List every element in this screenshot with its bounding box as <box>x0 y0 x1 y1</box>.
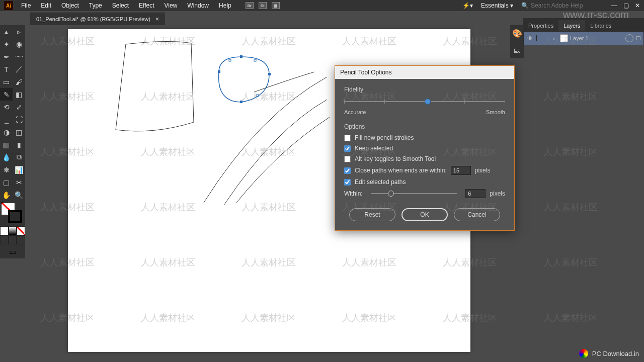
color-mode-button[interactable] <box>0 226 9 235</box>
hand-tool[interactable]: ✋ <box>0 189 13 201</box>
stroke-swatch[interactable] <box>8 210 22 223</box>
menu-type[interactable]: Type <box>84 2 107 9</box>
draw-inside-button[interactable] <box>17 235 25 244</box>
curvature-tool[interactable]: 〰 <box>13 50 25 63</box>
libraries-panel-icon[interactable]: 🗂 <box>512 45 522 55</box>
layer-target-icon[interactable] <box>625 34 633 42</box>
maximize-button[interactable]: ▢ <box>623 2 629 9</box>
color-panel-icon[interactable]: 🎨 <box>512 28 522 38</box>
close-paths-value-input[interactable] <box>451 166 471 175</box>
shaper-tool[interactable]: ✎ <box>0 88 13 101</box>
visibility-toggle-icon[interactable]: 👁 <box>524 35 537 41</box>
fill-new-strokes-checkbox[interactable] <box>344 135 351 141</box>
graph-tool[interactable]: 📊 <box>13 163 25 176</box>
ok-button[interactable]: OK <box>401 208 448 221</box>
menu-bar: Ai File Edit Object Type Select Effect V… <box>0 0 644 11</box>
curve-path-3 <box>236 117 330 203</box>
eyedropper-tool[interactable]: 💧 <box>0 151 13 163</box>
curve-path-1 <box>204 77 327 203</box>
magic-wand-tool[interactable]: ✦ <box>0 38 13 50</box>
scale-tool[interactable]: ⤢ <box>13 101 25 113</box>
options-section-label: Options <box>344 123 505 130</box>
line-tool[interactable]: ／ <box>13 63 25 75</box>
expand-layer-icon[interactable]: › <box>550 35 558 41</box>
within-label: Within: <box>344 190 363 197</box>
stock-icon[interactable]: St <box>259 2 267 9</box>
within-slider-thumb[interactable] <box>388 191 394 197</box>
svg-rect-2 <box>268 73 271 75</box>
edit-selected-checkbox[interactable] <box>344 179 351 186</box>
fill-stroke-swatch[interactable] <box>0 201 25 226</box>
gradient-mode-button[interactable] <box>9 226 17 235</box>
menu-select[interactable]: Select <box>107 2 134 9</box>
menu-effect[interactable]: Effect <box>134 2 159 9</box>
arrange-docs-icon[interactable]: ▦ <box>272 2 280 9</box>
layer-swatch <box>560 34 568 42</box>
close-window-button[interactable]: ✕ <box>635 2 640 9</box>
workspace-dropdown[interactable]: Essentials ▾ <box>481 2 513 9</box>
artboard-tool[interactable]: ▢ <box>0 176 13 189</box>
eraser-tool[interactable]: ◧ <box>13 88 25 101</box>
document-tab[interactable]: 01_PencilTool.ai* @ 61% (RGB/GPU Preview… <box>30 13 165 25</box>
svg-rect-0 <box>218 70 220 73</box>
fidelity-slider-thumb[interactable] <box>425 99 431 105</box>
slice-tool[interactable]: ✂ <box>13 176 25 189</box>
bridge-icon[interactable]: Br <box>246 2 254 9</box>
svg-rect-1 <box>240 55 243 58</box>
width-tool[interactable]: ⎯ <box>0 113 13 126</box>
tab-libraries[interactable]: Libraries <box>585 20 616 31</box>
menu-file[interactable]: File <box>16 2 36 9</box>
layer-name[interactable]: Layer 1 <box>570 35 625 41</box>
lasso-tool[interactable]: ◉ <box>13 38 25 50</box>
symbol-sprayer-tool[interactable]: ❋ <box>0 163 13 176</box>
pen-tool[interactable]: ✒ <box>0 50 13 63</box>
draw-normal-button[interactable] <box>0 235 9 244</box>
reset-button[interactable]: Reset <box>349 208 395 221</box>
menu-object[interactable]: Object <box>56 2 84 9</box>
minimize-button[interactable]: — <box>611 2 617 9</box>
alt-toggle-checkbox[interactable] <box>344 156 351 162</box>
hand-drawn-quad-path <box>116 41 194 131</box>
close-tab-button[interactable]: × <box>155 16 159 23</box>
none-mode-button[interactable] <box>17 226 25 235</box>
selection-tool[interactable]: ▴ <box>0 25 13 38</box>
close-paths-checkbox[interactable] <box>344 167 351 174</box>
dialog-title: Pencil Tool Options <box>335 66 514 79</box>
direct-selection-tool[interactable]: ▹ <box>13 25 25 38</box>
bottom-brand: PC Download.in <box>579 349 639 358</box>
menu-help[interactable]: Help <box>214 2 236 9</box>
zoom-tool[interactable]: 🔍 <box>13 189 25 201</box>
fidelity-slider[interactable] <box>344 97 505 107</box>
tab-layers[interactable]: Layers <box>558 20 585 31</box>
menu-window[interactable]: Window <box>182 2 214 9</box>
selection-anchor-points <box>218 55 271 103</box>
mesh-tool[interactable]: ▦ <box>0 138 13 151</box>
selected-ellipse-path <box>219 57 269 102</box>
edit-selected-label: Edit selected paths <box>355 178 406 186</box>
rectangle-tool[interactable]: ▭ <box>0 75 13 88</box>
blend-tool[interactable]: ⧉ <box>13 151 25 163</box>
within-value-input[interactable] <box>465 189 486 198</box>
menu-edit[interactable]: Edit <box>36 2 56 9</box>
paintbrush-tool[interactable]: 🖌 <box>13 75 25 88</box>
help-search-input[interactable] <box>531 2 601 9</box>
close-paths-label: Close paths when ends are within: <box>355 167 447 174</box>
free-transform-tool[interactable]: ⛶ <box>13 113 25 126</box>
menu-view[interactable]: View <box>159 2 183 9</box>
gpu-icon[interactable]: ⚡▾ <box>458 2 477 9</box>
within-slider[interactable] <box>371 190 458 197</box>
keep-selected-checkbox[interactable] <box>344 145 351 152</box>
type-tool[interactable]: T <box>0 63 13 75</box>
rotate-tool[interactable]: ⟲ <box>0 101 13 113</box>
tab-properties[interactable]: Properties <box>523 20 558 31</box>
draw-behind-button[interactable] <box>9 235 17 244</box>
help-search[interactable]: 🔍 <box>517 2 605 9</box>
gradient-tool[interactable]: ▮ <box>13 138 25 151</box>
screen-mode-button[interactable]: ▭ <box>0 244 25 258</box>
svg-rect-4 <box>229 59 231 61</box>
perspective-tool[interactable]: ◫ <box>13 126 25 138</box>
layer-row[interactable]: 👁 › Layer 1 <box>523 31 644 45</box>
shape-builder-tool[interactable]: ◑ <box>0 126 13 138</box>
cancel-button[interactable]: Cancel <box>454 208 500 221</box>
fidelity-accurate-label: Accurate <box>344 109 366 115</box>
